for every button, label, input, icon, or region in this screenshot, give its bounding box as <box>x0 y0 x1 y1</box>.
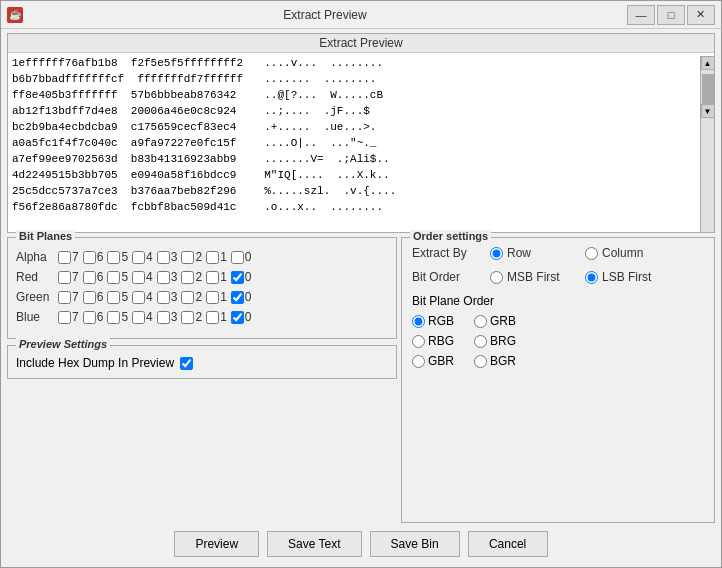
bit-checkbox-blue-1[interactable] <box>206 311 219 324</box>
bit-checkbox-alpha-3[interactable] <box>157 251 170 264</box>
bpo-radio-bgr[interactable] <box>474 355 487 368</box>
bit-checkbox-red-5[interactable] <box>107 271 120 284</box>
bit-number-label: 2 <box>195 250 202 264</box>
bpo-radio-rgb[interactable] <box>412 315 425 328</box>
close-button[interactable]: ✕ <box>687 5 715 25</box>
lsb-radio[interactable] <box>585 271 598 284</box>
bit-number-label: 6 <box>97 290 104 304</box>
bit-checkbox-red-3[interactable] <box>157 271 170 284</box>
bit-item: 3 <box>157 290 178 304</box>
cancel-button[interactable]: Cancel <box>468 531 548 557</box>
bit-number-label: 6 <box>97 270 104 284</box>
bit-checkbox-alpha-4[interactable] <box>132 251 145 264</box>
bit-checkbox-red-0[interactable] <box>231 271 244 284</box>
preview-button[interactable]: Preview <box>174 531 259 557</box>
bpo-item-rgb: RGB <box>412 314 454 328</box>
save-text-button[interactable]: Save Text <box>267 531 361 557</box>
scroll-up[interactable]: ▲ <box>701 56 715 70</box>
bit-checkbox-green-0[interactable] <box>231 291 244 304</box>
column-radio-item: Column <box>585 246 672 260</box>
bit-row-blue: Blue76543210 <box>16 310 388 324</box>
scroll-thumb[interactable] <box>702 74 714 104</box>
bpo-radio-gbr[interactable] <box>412 355 425 368</box>
bit-checkbox-red-2[interactable] <box>181 271 194 284</box>
bit-checkbox-red-7[interactable] <box>58 271 71 284</box>
bit-checkbox-alpha-7[interactable] <box>58 251 71 264</box>
bit-row-red: Red76543210 <box>16 270 388 284</box>
bit-number-label: 5 <box>121 290 128 304</box>
bit-checkbox-red-1[interactable] <box>206 271 219 284</box>
bit-item: 3 <box>157 310 178 324</box>
channel-label-green: Green <box>16 290 56 304</box>
bit-checkbox-blue-2[interactable] <box>181 311 194 324</box>
bit-row-alpha: Alpha76543210 <box>16 250 388 264</box>
bit-order-row: Bit Order MSB First LSB First <box>412 270 704 284</box>
bit-checkbox-green-2[interactable] <box>181 291 194 304</box>
channel-label-red: Red <box>16 270 56 284</box>
bit-plane-order-label: Bit Plane Order <box>412 294 704 308</box>
row-radio[interactable] <box>490 247 503 260</box>
bit-checkbox-alpha-0[interactable] <box>231 251 244 264</box>
bit-number-label: 0 <box>245 250 252 264</box>
bit-number-label: 3 <box>171 290 178 304</box>
bit-checkbox-green-1[interactable] <box>206 291 219 304</box>
app-icon: ☕ <box>7 7 23 23</box>
bpo-label-grb: GRB <box>490 314 516 328</box>
bpo-radio-rbg[interactable] <box>412 335 425 348</box>
bit-checkbox-blue-4[interactable] <box>132 311 145 324</box>
bpo-radio-brg[interactable] <box>474 335 487 348</box>
bit-number-label: 7 <box>72 270 79 284</box>
bit-checkbox-alpha-6[interactable] <box>83 251 96 264</box>
bit-checkbox-blue-0[interactable] <box>231 311 244 324</box>
bit-item: 4 <box>132 310 153 324</box>
bit-item: 4 <box>132 250 153 264</box>
bit-checkbox-green-4[interactable] <box>132 291 145 304</box>
msb-radio[interactable] <box>490 271 503 284</box>
bit-item: 5 <box>107 270 128 284</box>
bit-item: 6 <box>83 290 104 304</box>
bit-checkbox-green-7[interactable] <box>58 291 71 304</box>
bit-checkbox-blue-5[interactable] <box>107 311 120 324</box>
bit-item: 5 <box>107 250 128 264</box>
bit-checkbox-red-6[interactable] <box>83 271 96 284</box>
bit-number-label: 1 <box>220 290 227 304</box>
bit-number-label: 6 <box>97 250 104 264</box>
column-radio[interactable] <box>585 247 598 260</box>
minimize-button[interactable]: — <box>627 5 655 25</box>
bpo-label-bgr: BGR <box>490 354 516 368</box>
bpo-row: RGBGRB <box>412 314 704 328</box>
bit-number-label: 4 <box>146 290 153 304</box>
bit-checkbox-alpha-1[interactable] <box>206 251 219 264</box>
bit-item: 2 <box>181 310 202 324</box>
bit-checkbox-red-4[interactable] <box>132 271 145 284</box>
bit-planes-grid: Alpha76543210Red76543210Green76543210Blu… <box>16 250 388 324</box>
msb-radio-item: MSB First <box>490 270 577 284</box>
bit-item: 6 <box>83 250 104 264</box>
bit-checkbox-blue-6[interactable] <box>83 311 96 324</box>
bit-checkbox-green-3[interactable] <box>157 291 170 304</box>
bit-checkbox-alpha-5[interactable] <box>107 251 120 264</box>
bit-checkbox-green-5[interactable] <box>107 291 120 304</box>
scroll-down[interactable]: ▼ <box>701 104 715 118</box>
bit-number-label: 4 <box>146 310 153 324</box>
save-bin-button[interactable]: Save Bin <box>370 531 460 557</box>
bit-number-label: 2 <box>195 270 202 284</box>
bit-checkbox-alpha-2[interactable] <box>181 251 194 264</box>
preview-settings-group: Preview Settings Include Hex Dump In Pre… <box>7 345 397 379</box>
bpo-radio-grb[interactable] <box>474 315 487 328</box>
bit-number-label: 4 <box>146 270 153 284</box>
bit-number-label: 3 <box>171 270 178 284</box>
bit-number-label: 0 <box>245 290 252 304</box>
vertical-scrollbar[interactable]: ▲ ▼ <box>700 56 714 232</box>
bit-checkbox-blue-3[interactable] <box>157 311 170 324</box>
bit-checkbox-blue-7[interactable] <box>58 311 71 324</box>
bit-number-label: 4 <box>146 250 153 264</box>
hex-dump-checkbox[interactable] <box>180 357 193 370</box>
bit-number-label: 5 <box>121 310 128 324</box>
text-data: ....v... ........ ....... ........ ..@[?… <box>247 53 400 229</box>
bit-checkbox-green-6[interactable] <box>83 291 96 304</box>
bit-item: 0 <box>231 290 252 304</box>
bit-item: 5 <box>107 290 128 304</box>
bit-number-label: 3 <box>171 250 178 264</box>
maximize-button[interactable]: □ <box>657 5 685 25</box>
